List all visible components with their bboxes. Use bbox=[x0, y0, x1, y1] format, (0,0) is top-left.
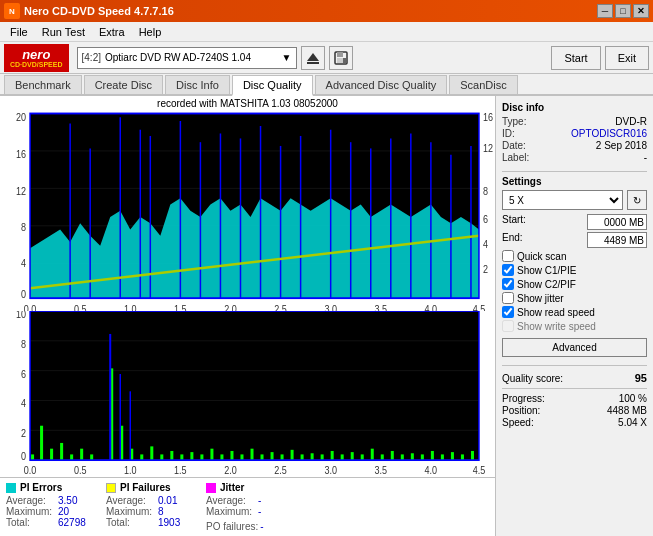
menu-extra[interactable]: Extra bbox=[93, 24, 131, 40]
bottom-chart-svg: 10 8 6 4 2 0 bbox=[2, 311, 493, 477]
svg-text:3.0: 3.0 bbox=[324, 303, 337, 310]
svg-text:8: 8 bbox=[483, 185, 488, 197]
svg-rect-5 bbox=[337, 58, 343, 63]
svg-rect-96 bbox=[291, 449, 294, 459]
pi-failures-header: PI Failures bbox=[120, 482, 171, 493]
minimize-button[interactable]: ─ bbox=[597, 4, 613, 18]
quick-scan-label: Quick scan bbox=[517, 251, 566, 262]
svg-text:4.5: 4.5 bbox=[473, 464, 486, 476]
jitter-stats: Jitter Average: - Maximum: - PO failures… bbox=[206, 482, 296, 532]
date-value: 2 Sep 2018 bbox=[596, 140, 647, 151]
position-label: Position: bbox=[502, 405, 540, 416]
svg-rect-3 bbox=[337, 52, 343, 57]
type-label: Type: bbox=[502, 116, 526, 127]
show-write-speed-checkbox bbox=[502, 320, 514, 332]
svg-text:8: 8 bbox=[21, 338, 26, 350]
settings-title: Settings bbox=[502, 176, 647, 187]
start-mb-input[interactable] bbox=[587, 214, 647, 230]
save-button[interactable] bbox=[329, 46, 353, 70]
svg-text:6: 6 bbox=[483, 213, 488, 225]
tab-bar: Benchmark Create Disc Disc Info Disc Qua… bbox=[0, 74, 653, 96]
advanced-button[interactable]: Advanced bbox=[502, 338, 647, 357]
exit-button[interactable]: Exit bbox=[605, 46, 649, 70]
svg-text:0.5: 0.5 bbox=[74, 464, 87, 476]
svg-text:10: 10 bbox=[16, 311, 27, 320]
menu-help[interactable]: Help bbox=[133, 24, 168, 40]
svg-rect-72 bbox=[40, 425, 43, 459]
tab-advanced-disc-quality[interactable]: Advanced Disc Quality bbox=[315, 75, 448, 94]
svg-text:0.5: 0.5 bbox=[74, 303, 87, 310]
id-label: ID: bbox=[502, 128, 515, 139]
end-mb-input[interactable] bbox=[587, 232, 647, 248]
refresh-button[interactable]: ↻ bbox=[627, 190, 647, 210]
svg-rect-4 bbox=[343, 58, 346, 63]
svg-rect-90 bbox=[230, 451, 233, 460]
show-c1-pie-checkbox[interactable] bbox=[502, 264, 514, 276]
app-icon: N bbox=[4, 3, 20, 19]
pi-failures-stats: PI Failures Average: 0.01 Maximum: 8 Tot… bbox=[106, 482, 196, 532]
start-mb-label: Start: bbox=[502, 214, 526, 230]
pi-failures-max-value: 8 bbox=[158, 506, 164, 517]
svg-text:4: 4 bbox=[21, 397, 27, 409]
svg-text:2.0: 2.0 bbox=[224, 464, 237, 476]
pi-errors-stats: PI Errors Average: 3.50 Maximum: 20 Tota… bbox=[6, 482, 96, 532]
tab-disc-quality[interactable]: Disc Quality bbox=[232, 75, 313, 96]
menu-file[interactable]: File bbox=[4, 24, 34, 40]
svg-rect-94 bbox=[271, 452, 274, 460]
close-button[interactable]: ✕ bbox=[633, 4, 649, 18]
progress-value: 100 % bbox=[619, 393, 647, 404]
svg-text:4: 4 bbox=[483, 238, 488, 250]
tab-disc-info[interactable]: Disc Info bbox=[165, 75, 230, 94]
svg-rect-114 bbox=[471, 451, 474, 460]
tab-benchmark[interactable]: Benchmark bbox=[4, 75, 82, 94]
disc-info-title: Disc info bbox=[502, 102, 647, 113]
show-c2-pif-label: Show C2/PIF bbox=[517, 279, 576, 290]
svg-rect-73 bbox=[50, 448, 53, 459]
jitter-avg-label: Average: bbox=[206, 495, 256, 506]
charts-and-stats: recorded with MATSHITA 1.03 08052000 20 … bbox=[0, 96, 495, 536]
show-read-speed-checkbox[interactable] bbox=[502, 306, 514, 318]
pi-errors-color bbox=[6, 483, 16, 493]
drive-selector[interactable]: [4:2] Optiarc DVD RW AD-7240S 1.04 ▼ bbox=[77, 47, 297, 69]
speed-label: Speed: bbox=[502, 417, 534, 428]
svg-text:0.0: 0.0 bbox=[24, 303, 37, 310]
start-button[interactable]: Start bbox=[551, 46, 600, 70]
type-value: DVD-R bbox=[615, 116, 647, 127]
svg-text:2.5: 2.5 bbox=[274, 464, 287, 476]
eject-button[interactable] bbox=[301, 46, 325, 70]
maximize-button[interactable]: □ bbox=[615, 4, 631, 18]
menu-run-test[interactable]: Run Test bbox=[36, 24, 91, 40]
svg-rect-110 bbox=[431, 451, 434, 460]
speed-select[interactable]: 5 X bbox=[502, 190, 623, 210]
toolbar: nero CD·DVD/SPEED [4:2] Optiarc DVD RW A… bbox=[0, 42, 653, 74]
quality-score-label: Quality score: bbox=[502, 373, 563, 384]
svg-rect-84 bbox=[170, 451, 173, 460]
position-value: 4488 MB bbox=[607, 405, 647, 416]
menu-bar: File Run Test Extra Help bbox=[0, 22, 653, 42]
svg-rect-108 bbox=[411, 453, 414, 460]
tab-scandisc[interactable]: ScanDisc bbox=[449, 75, 517, 94]
top-chart-svg: 20 16 12 8 4 0 16 12 8 6 4 2 bbox=[2, 111, 493, 311]
jitter-header: Jitter bbox=[220, 482, 244, 493]
pi-errors-avg-label: Average: bbox=[6, 495, 56, 506]
show-c2-pif-checkbox[interactable] bbox=[502, 278, 514, 290]
disc-info-section: Disc info Type: DVD-R ID: OPTODISCR016 D… bbox=[502, 102, 647, 163]
svg-text:2.5: 2.5 bbox=[274, 303, 287, 310]
svg-text:2: 2 bbox=[21, 427, 26, 439]
quick-scan-checkbox[interactable] bbox=[502, 250, 514, 262]
jitter-color bbox=[206, 483, 216, 493]
main-content: recorded with MATSHITA 1.03 08052000 20 … bbox=[0, 96, 653, 536]
svg-text:0: 0 bbox=[21, 288, 26, 300]
svg-text:1.0: 1.0 bbox=[124, 464, 137, 476]
svg-text:2.0: 2.0 bbox=[224, 303, 237, 310]
tab-create-disc[interactable]: Create Disc bbox=[84, 75, 163, 94]
jitter-max-label: Maximum: bbox=[206, 506, 256, 517]
drive-id: [4:2] bbox=[82, 52, 101, 63]
svg-rect-1 bbox=[307, 62, 319, 64]
show-jitter-checkbox[interactable] bbox=[502, 292, 514, 304]
pi-failures-total-label: Total: bbox=[106, 517, 156, 528]
jitter-max-value: - bbox=[258, 506, 261, 517]
svg-rect-98 bbox=[311, 453, 314, 460]
show-read-speed-label: Show read speed bbox=[517, 307, 595, 318]
svg-text:1.5: 1.5 bbox=[174, 303, 187, 310]
